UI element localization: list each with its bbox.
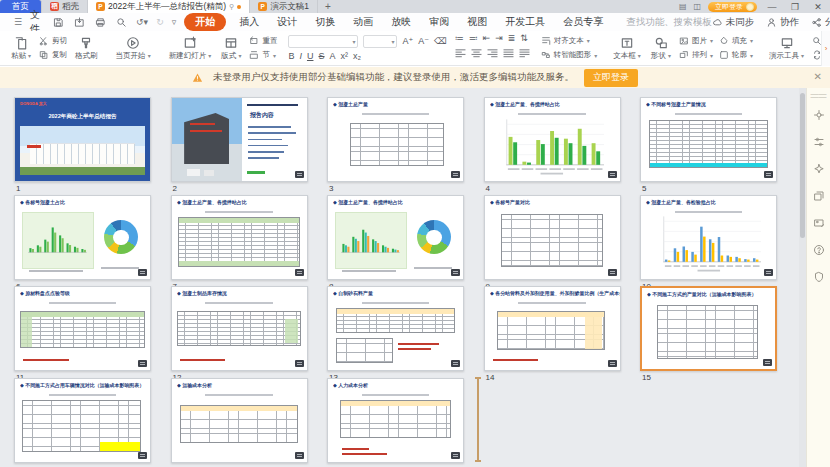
clear-format-button[interactable]: ⌫ (434, 36, 447, 46)
menu-item-会员专享[interactable]: 会员专享 (554, 15, 612, 29)
font-style-button-x₂[interactable]: x₂ (353, 51, 361, 61)
sidebar-effects-icon[interactable] (813, 161, 825, 179)
toolbar-expand-button[interactable]: › (821, 31, 830, 66)
toolbar-button-排列[interactable]: 排列▾ (676, 50, 716, 60)
share-button[interactable]: 分享 (811, 16, 830, 29)
notes-badge[interactable] (451, 452, 460, 459)
ribbon-search[interactable]: 查找功能、搜索模板 (622, 16, 712, 29)
export-icon[interactable] (69, 17, 90, 28)
font-style-button-x²[interactable]: x² (341, 51, 349, 61)
sidebar-properties-icon[interactable] (813, 134, 825, 152)
menu-item-开始[interactable]: 开始 (184, 13, 226, 31)
slide-thumbnail-5[interactable]: ◆ 不同标号混凝土产量情况 (640, 97, 777, 182)
notes-badge[interactable] (295, 171, 304, 178)
toolbar-button-新建幻灯片[interactable]: 新建幻灯片 ▾ (164, 31, 217, 65)
font-style-button-U[interactable]: U (307, 51, 314, 61)
toolbar-button-复制[interactable]: 复制 (36, 50, 70, 60)
slide-thumbnail-6[interactable]: ◆ 各标号混凝土占比 (14, 195, 151, 280)
menu-item-插入[interactable]: 插入 (230, 15, 268, 29)
preview-icon[interactable] (111, 17, 132, 28)
toolbar-button-版式[interactable]: 版式 ▾ (216, 31, 246, 65)
notes-badge[interactable] (138, 269, 147, 276)
paragraph-button[interactable]: ≣ (508, 33, 516, 43)
redo-icon[interactable]: ↻ (152, 17, 168, 27)
sidebar-badge-icon[interactable] (813, 269, 825, 287)
menu-item-审阅[interactable]: 审阅 (420, 15, 458, 29)
slide-thumbnail-9[interactable]: ◆ 各标号产量对比 (484, 195, 621, 280)
notes-badge[interactable] (451, 360, 460, 367)
notes-badge[interactable] (295, 269, 304, 276)
align-button-3[interactable] (503, 45, 514, 63)
slide-thumbnail-1[interactable]: DONGDA 东大 2022年商砼上半年总结报告 (14, 97, 151, 182)
toolbar-button-文本框[interactable]: 文本框 ▾ (608, 31, 646, 65)
notes-badge[interactable] (451, 171, 460, 178)
vertical-scrollbar[interactable] (799, 88, 806, 467)
align-button-1[interactable] (471, 45, 482, 63)
paragraph-button[interactable]: ≕ (469, 33, 478, 43)
sidebar-image-edit-icon[interactable] (813, 215, 825, 233)
toolbar-button-填充[interactable]: 填充▾ (716, 36, 756, 46)
slide-thumbnail-18[interactable]: ◆ 人力成本分析 (327, 378, 464, 463)
toolbar-button-剪切[interactable]: 剪切 (36, 36, 70, 46)
tab-document-2[interactable]: P 演示文稿1 (250, 0, 318, 13)
increase-font-button[interactable]: A⁺ (402, 36, 413, 46)
notes-badge[interactable] (295, 452, 304, 459)
sidebar-handle[interactable]: ———— (811, 92, 827, 98)
paragraph-button[interactable]: ⇥ (495, 33, 503, 43)
font-family-select[interactable]: ▾ (288, 35, 358, 48)
toolbar-button-形状[interactable]: 形状 ▾ (646, 31, 676, 65)
notes-badge[interactable] (608, 171, 617, 178)
align-button-0[interactable] (455, 45, 466, 63)
print-icon[interactable] (90, 17, 111, 28)
toolbar-button-轮廓[interactable]: 轮廓▾ (716, 50, 756, 60)
pin-icon[interactable]: ⚲ (229, 3, 234, 11)
align-button-4[interactable] (519, 45, 530, 63)
toolbar-button-当页开始[interactable]: 当页开始 ▾ (111, 31, 156, 65)
sidebar-pages-icon[interactable] (813, 188, 825, 206)
paragraph-button[interactable]: ⇅ (520, 33, 528, 43)
tab-document-active[interactable]: P 2022年上半年—总结报告(精简) ⚲ (88, 0, 250, 13)
notes-badge[interactable] (763, 359, 772, 366)
font-style-button-A[interactable]: A (329, 51, 335, 61)
slide-thumbnail-4[interactable]: ◆ 混凝土总产量、各搅拌站占比 (484, 97, 621, 182)
close-button[interactable]: ✕ (810, 2, 826, 12)
align-button-2[interactable] (487, 45, 498, 63)
menu-item-视图[interactable]: 视图 (458, 15, 496, 29)
banner-login-button[interactable]: 立即登录 (584, 69, 638, 87)
notes-badge[interactable] (764, 171, 773, 178)
menu-item-切换[interactable]: 切换 (306, 15, 344, 29)
slide-thumbnail-10[interactable]: ◆ 混凝土总产量、各检验批占比 (640, 195, 777, 280)
tab-docer[interactable]: 稻稻壳 (42, 0, 88, 13)
font-style-button-I[interactable]: I (299, 51, 302, 61)
menu-item-放映[interactable]: 放映 (382, 15, 420, 29)
banner-close-icon[interactable]: ✕ (814, 71, 822, 82)
menu-item-动画[interactable]: 动画 (344, 15, 382, 29)
toolbar-button-对齐文本[interactable]: 对齐文本▾ (538, 36, 601, 46)
toolbar-button-重置[interactable]: 重置 (246, 36, 280, 46)
menu-item-开发工具[interactable]: 开发工具 (496, 15, 554, 29)
slide-thumbnail-13[interactable]: ◆ 自制砂石料产量 (327, 286, 464, 371)
new-tab-button[interactable]: + (318, 0, 338, 13)
font-size-select[interactable]: ▾ (363, 35, 397, 48)
slide-thumbnail-2[interactable]: 报告内容 (171, 97, 308, 182)
save-icon[interactable] (48, 17, 69, 28)
login-pill-button[interactable]: 立即登录 (708, 2, 757, 12)
slide-thumbnail-14[interactable]: ◆ 各分站骨料及外加剂使用量、外加剂掺量比例（生产成本分析） (484, 286, 621, 371)
split-view-icon[interactable]: ◫ (693, 3, 701, 11)
slide-thumbnail-16[interactable]: ◆ 不同施工方式占用车辆情况对比（运输成本影响图表） (14, 378, 151, 463)
font-style-button-S[interactable]: S (318, 51, 324, 61)
font-style-button-B[interactable]: B (288, 51, 294, 61)
sidebar-assistant-icon[interactable] (813, 107, 825, 125)
toolbar-button-节[interactable]: 节▾ (246, 50, 280, 60)
slide-thumbnail-7[interactable]: ◆ 混凝土总产量、各搅拌站占比 (171, 195, 308, 280)
notes-badge[interactable] (451, 269, 460, 276)
sidebar-help-icon[interactable] (813, 242, 825, 260)
toolbar-button-格式刷[interactable]: 格式刷 (70, 31, 103, 65)
toolbar-button-图片[interactable]: 图片▾ (676, 36, 716, 46)
slide-thumbnail-15[interactable]: ◆ 不同施工方式的产量对比（运输成本影响图表） (640, 286, 777, 371)
undo-icon[interactable]: ↺▾ (132, 17, 152, 27)
slide-thumbnail-17[interactable]: ◆ 运输成本分析 (171, 378, 308, 463)
notes-badge[interactable] (138, 452, 147, 459)
notes-badge[interactable] (764, 269, 773, 276)
slide-thumbnail-8[interactable]: ◆ 混凝土总产量、各搅拌站占比 (327, 195, 464, 280)
